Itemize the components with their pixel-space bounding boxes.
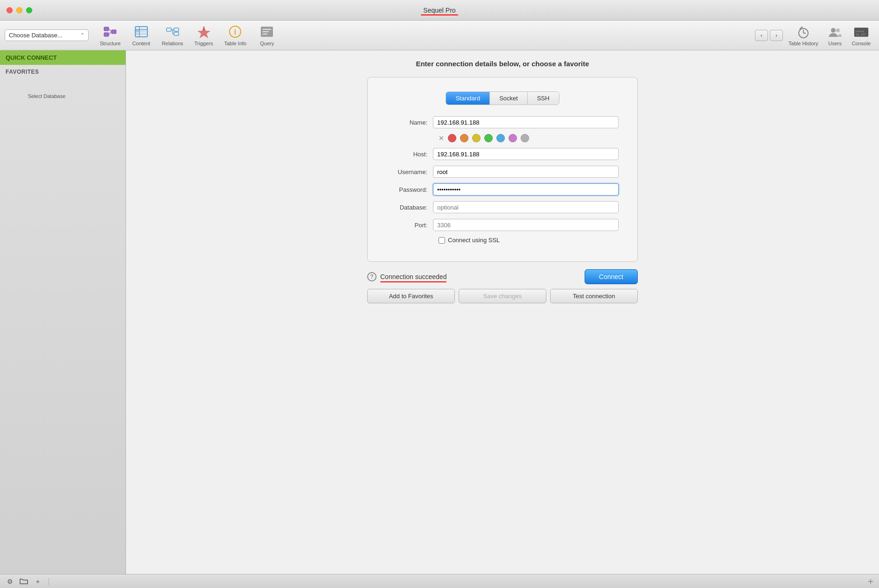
password-input[interactable] — [433, 183, 619, 196]
nav-forward-button[interactable]: › — [770, 30, 783, 41]
svg-rect-11 — [140, 33, 147, 35]
folder-button[interactable] — [19, 576, 29, 587]
toolbar: Choose Database... ⌃ Structure — [0, 21, 879, 50]
relations-label: Relations — [162, 41, 183, 46]
color-blue[interactable] — [496, 134, 505, 142]
title-bar: Sequel Pro — [0, 0, 879, 21]
bottom-divider — [49, 578, 49, 585]
tab-standard[interactable]: Standard — [446, 92, 490, 105]
toolbar-item-tableinfo[interactable]: i Table Info — [220, 21, 251, 49]
test-connection-button[interactable]: Test connection — [550, 289, 638, 303]
svg-rect-12 — [167, 28, 171, 31]
select-database-label: Select Database — [5, 93, 89, 99]
save-changes-button[interactable]: Save changes — [459, 289, 546, 303]
password-label: Password: — [386, 186, 433, 193]
sidebar-item-quick-connect[interactable]: QUICK CONNECT — [0, 50, 126, 65]
host-row: Host: — [386, 148, 619, 160]
name-input[interactable] — [433, 116, 619, 128]
host-input[interactable] — [433, 148, 619, 160]
users-label: Users — [828, 41, 842, 46]
database-row: Database: — [386, 201, 619, 213]
help-icon[interactable]: ? — [367, 272, 377, 281]
database-input[interactable] — [433, 201, 619, 213]
color-yellow[interactable] — [472, 134, 481, 142]
console-icon: conso le off — [854, 25, 869, 40]
structure-label: Structure — [100, 41, 121, 46]
status-left: ? Connection succeeded — [367, 272, 446, 281]
svg-line-4 — [109, 32, 112, 35]
toolbar-item-structure[interactable]: Structure — [95, 21, 126, 49]
maximize-button[interactable] — [26, 7, 32, 13]
relations-icon — [165, 24, 180, 39]
ssl-checkbox[interactable] — [439, 237, 445, 244]
color-none-button[interactable]: ✕ — [439, 134, 444, 142]
toolbar-item-console[interactable]: conso le off Console — [848, 23, 874, 48]
connection-heading: Enter connection details below, or choos… — [416, 60, 589, 68]
port-input[interactable] — [433, 219, 619, 231]
username-row: Username: — [386, 166, 619, 178]
svg-point-30 — [831, 28, 836, 33]
gear-button[interactable]: ⚙ — [5, 576, 15, 587]
users-icon — [828, 25, 843, 40]
content-icon — [134, 24, 149, 39]
query-label: Query — [260, 41, 274, 46]
content-area: Enter connection details below, or choos… — [126, 50, 879, 574]
color-red[interactable] — [448, 134, 456, 142]
username-label: Username: — [386, 168, 433, 175]
toolbar-right: ‹ › Table History — [755, 23, 874, 48]
name-row: Name: — [386, 116, 619, 128]
console-label: Console — [852, 41, 871, 46]
svg-rect-2 — [112, 30, 116, 34]
status-row: ? Connection succeeded Connect — [367, 269, 638, 284]
add-to-favorites-button[interactable]: Add to Favorites — [367, 289, 455, 303]
toolbar-item-content[interactable]: Content — [127, 21, 155, 49]
tableinfo-icon: i — [228, 24, 243, 39]
username-input[interactable] — [433, 166, 619, 178]
toolbar-item-table-history[interactable]: Table History — [785, 23, 822, 48]
query-icon — [259, 24, 274, 39]
svg-rect-8 — [136, 30, 139, 32]
nav-back-button[interactable]: ‹ — [755, 30, 768, 41]
tab-socket[interactable]: Socket — [490, 92, 528, 105]
bottom-bar: ⚙ + — [0, 574, 879, 588]
svg-rect-9 — [136, 33, 139, 35]
database-selector[interactable]: Choose Database... ⌃ — [5, 29, 89, 41]
password-row: Password: — [386, 183, 619, 196]
sidebar: QUICK CONNECT FAVORITES — [0, 50, 126, 574]
action-row: Add to Favorites Save changes Test conne… — [367, 289, 638, 303]
minimize-button[interactable] — [16, 7, 22, 13]
content-label: Content — [132, 41, 150, 46]
color-green[interactable] — [484, 134, 493, 142]
resize-handle[interactable] — [867, 578, 874, 585]
svg-rect-1 — [104, 33, 109, 36]
port-label: Port: — [386, 222, 433, 229]
svg-text:le off: le off — [855, 33, 866, 36]
title-underline-decoration — [421, 14, 458, 15]
color-gray[interactable] — [521, 134, 529, 142]
bottom-area: ? Connection succeeded Connect Add to Fa… — [367, 269, 638, 303]
triggers-icon — [196, 24, 211, 39]
status-underline-decoration — [380, 281, 446, 282]
svg-line-3 — [109, 29, 112, 32]
connection-status: Connection succeeded — [380, 273, 446, 280]
tab-ssh[interactable]: SSH — [528, 92, 559, 105]
svg-rect-0 — [104, 27, 109, 31]
toolbar-item-triggers[interactable]: Triggers — [190, 21, 218, 49]
sidebar-item-favorites[interactable]: FAVORITES — [0, 65, 126, 79]
toolbar-item-users[interactable]: Users — [824, 23, 846, 48]
traffic-lights — [7, 7, 32, 13]
main-layout: QUICK CONNECT FAVORITES Enter connection… — [0, 50, 879, 574]
database-label: Database: — [386, 204, 433, 211]
toolbar-item-relations[interactable]: Relations — [157, 21, 188, 49]
ssl-row: Connect using SSL — [439, 237, 619, 244]
add-button[interactable]: + — [33, 576, 43, 587]
svg-text:i: i — [234, 28, 236, 36]
db-selector-text: Choose Database... — [9, 32, 63, 39]
color-orange[interactable] — [460, 134, 468, 142]
connect-button[interactable]: Connect — [585, 269, 638, 284]
toolbar-item-query[interactable]: Query — [253, 21, 281, 49]
color-purple[interactable] — [509, 134, 517, 142]
port-row: Port: — [386, 219, 619, 231]
close-button[interactable] — [7, 7, 13, 13]
connection-tabs: Standard Socket SSH — [446, 91, 559, 105]
